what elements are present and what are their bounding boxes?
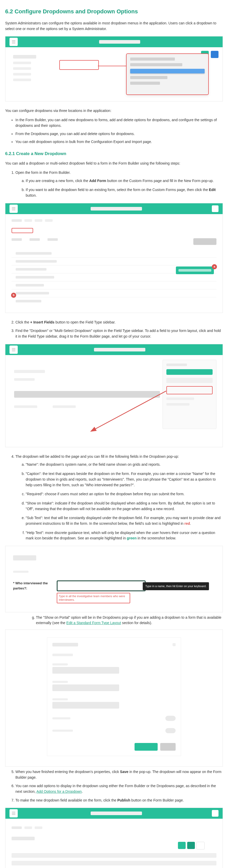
screenshot-field-guidance: * Who interviewed the parties?: Type in … — [5, 546, 223, 612]
screenshot-publish — [5, 808, 223, 868]
screenshot-dropdown-panel — [5, 36, 223, 101]
callout-badge-a: a — [212, 264, 217, 269]
portal-note-list: The "Show on Portal" option will be in t… — [26, 615, 223, 626]
insert-fields-button — [176, 267, 214, 274]
field-caption-label: * Who interviewed the parties?: — [13, 581, 52, 591]
link-add-options[interactable]: Add Options for a Dropdown — [36, 789, 82, 794]
field-f: "Help Text": more discrete guidance text… — [26, 530, 223, 541]
dropdown-field-highlight — [59, 60, 99, 70]
sub-text-highlight: Type in all the investigative team membe… — [57, 593, 130, 603]
step-1: Open the form in the Form Builder. If yo… — [15, 170, 223, 198]
callout-badge-b: b — [11, 293, 16, 298]
portal-note: The "Show on Portal" option will be in t… — [36, 615, 223, 626]
steps-list-cont2: The dropdown will be added to the page a… — [5, 454, 223, 541]
link-edit-standard-form[interactable]: Edit a Standard Form Type Layout — [66, 621, 121, 625]
field-e: "Sub Text": text that will be constantly… — [26, 515, 223, 526]
list-item: From the Dropdowns page, you can add and… — [15, 131, 223, 137]
dropdown-field-type-highlight — [166, 386, 213, 394]
step-1b: If you want to add the dropdown field to… — [26, 187, 223, 198]
cancel-button — [160, 743, 175, 751]
help-text-tooltip: Type in a name, then hit Enter on your k… — [143, 582, 209, 590]
locations-lead: You can configure dropdowns via three lo… — [5, 108, 223, 114]
list-item: You can edit dropdown options in bulk fr… — [15, 139, 223, 145]
screenshot-drag-field — [5, 344, 223, 447]
dropdown-options-panel — [126, 53, 209, 95]
steps-list-cont: Click the + Insert Fields button to open… — [5, 320, 223, 339]
section-heading: 6.2 Configure Dropdowns and Dropdown Opt… — [5, 7, 223, 16]
steps-list-cont3: When you have finished entering the drop… — [5, 769, 223, 803]
list-item: In the Form Builder, you can add new dro… — [15, 117, 223, 128]
document-page: 6.2 Configure Dropdowns and Dropdown Opt… — [0, 0, 228, 868]
field-input-highlight: Type in a name, then hit Enter on your k… — [57, 581, 145, 591]
step-6: You can now add options to display in th… — [15, 783, 223, 794]
field-type-sidebar — [163, 360, 217, 429]
step-2: Click the + Insert Fields button to open… — [15, 320, 223, 325]
locations-list: In the Form Builder, you can add new dro… — [5, 117, 223, 145]
field-c: "Required": choose if users must select … — [26, 491, 223, 497]
publish-button-group — [178, 842, 205, 849]
menu-icon — [9, 346, 18, 354]
subsection-heading: 6.2.1 Create a New Dropdown — [5, 150, 223, 157]
screenshot-portal-popup — [5, 629, 223, 767]
form-name-highlight — [11, 228, 33, 233]
menu-icon — [9, 809, 18, 817]
step-5: When you have finished entering the drop… — [15, 769, 223, 780]
section-intro: System Administrators can configure the … — [5, 21, 223, 32]
save-button — [134, 743, 158, 751]
step-1a: If you are creating a new form, click th… — [26, 178, 223, 184]
sub-intro: You can add a dropdown or multi-select d… — [5, 161, 223, 166]
menu-icon — [9, 205, 18, 213]
steps-list: Open the form in the Form Builder. If yo… — [5, 170, 223, 198]
step-7: To make the new dropdown field available… — [15, 798, 223, 803]
field-d: "Show on Intake": indicate if the dropdo… — [26, 501, 223, 512]
field-a: "Name": the dropdown's system name, or t… — [26, 462, 223, 467]
field-b: "Caption": the text that appears beside … — [26, 471, 223, 488]
step-4: The dropdown will be added to the page a… — [15, 454, 223, 541]
screenshot-form-builder-list: a b — [5, 203, 223, 313]
menu-icon — [9, 38, 18, 46]
step-3: Find the "Dropdown" or "Multi-Select Dro… — [15, 328, 223, 339]
